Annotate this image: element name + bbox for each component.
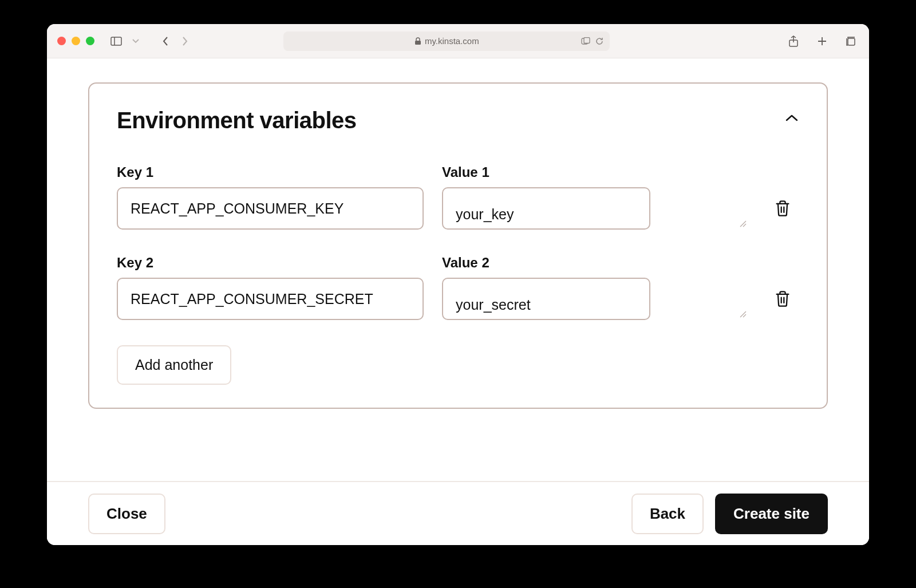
env-row: Key 2 Value 2 [117, 255, 799, 320]
create-site-button[interactable]: Create site [715, 494, 828, 534]
env-rows: Key 1 Value 1 [117, 164, 799, 320]
page-content: Environment variables Key 1 Value 1 [47, 58, 869, 481]
sidebar-toggle-group [108, 33, 144, 49]
nav-back-icon[interactable] [157, 33, 173, 49]
reader-icon[interactable] [581, 37, 590, 45]
svg-rect-4 [584, 37, 590, 43]
panel-title: Environment variables [117, 108, 357, 133]
svg-rect-6 [848, 38, 855, 45]
key-field: Key 2 [117, 255, 424, 320]
delete-row-button[interactable] [775, 290, 792, 307]
value-field: Value 2 [442, 255, 749, 320]
nav-forward-icon[interactable] [177, 33, 193, 49]
chevron-down-icon[interactable] [128, 33, 144, 49]
env-row: Key 1 Value 1 [117, 164, 799, 230]
browser-window: my.kinsta.com Environment variables [47, 24, 869, 545]
back-button[interactable]: Back [631, 494, 704, 534]
close-button[interactable]: Close [88, 494, 165, 534]
address-bar-host: my.kinsta.com [425, 36, 479, 46]
lock-icon [414, 37, 421, 45]
resize-handle-icon[interactable] [739, 310, 747, 318]
tabs-overview-icon[interactable] [843, 33, 859, 49]
value-label: Value 1 [442, 164, 749, 180]
value-field: Value 1 [442, 164, 749, 230]
resize-handle-icon[interactable] [739, 219, 747, 227]
value-input[interactable] [442, 187, 650, 230]
address-bar[interactable]: my.kinsta.com [283, 31, 610, 51]
svg-rect-2 [415, 41, 421, 45]
address-bar-actions [581, 37, 604, 46]
share-icon[interactable] [785, 33, 802, 49]
trash-icon [775, 200, 791, 217]
key-label: Key 1 [117, 164, 424, 180]
minimize-window-icon[interactable] [72, 37, 80, 45]
env-vars-panel: Environment variables Key 1 Value 1 [88, 82, 828, 409]
add-another-button[interactable]: Add another [117, 345, 231, 385]
chevron-up-icon [784, 113, 799, 128]
titlebar-right-actions [785, 33, 859, 49]
browser-titlebar: my.kinsta.com [47, 24, 869, 58]
delete-row-button[interactable] [775, 200, 792, 217]
new-tab-icon[interactable] [814, 33, 830, 49]
svg-rect-0 [111, 37, 121, 45]
nav-buttons [157, 33, 193, 49]
value-input[interactable] [442, 278, 650, 320]
maximize-window-icon[interactable] [86, 37, 94, 45]
trash-icon [775, 290, 791, 307]
panel-header[interactable]: Environment variables [117, 108, 799, 133]
key-input[interactable] [117, 187, 424, 230]
value-label: Value 2 [442, 255, 749, 271]
key-input[interactable] [117, 278, 424, 320]
key-label: Key 2 [117, 255, 424, 271]
close-window-icon[interactable] [57, 37, 66, 45]
reload-icon[interactable] [595, 37, 604, 46]
key-field: Key 1 [117, 164, 424, 230]
sidebar-toggle-icon[interactable] [108, 33, 124, 49]
window-traffic-lights [57, 37, 94, 45]
footer-actions: Close Back Create site [47, 481, 869, 545]
